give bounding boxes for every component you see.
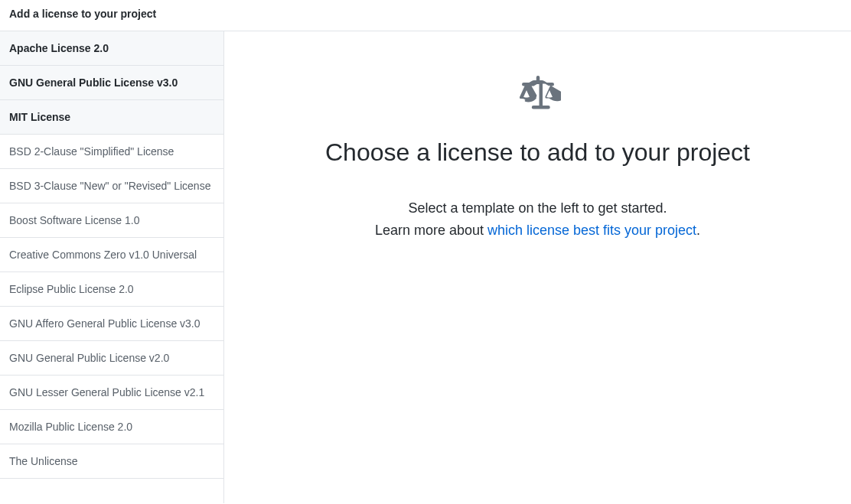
main-description: Select a template on the left to get sta… (375, 197, 700, 242)
page-title: Add a license to your project (0, 0, 851, 31)
main-line1: Select a template on the left to get sta… (408, 200, 667, 216)
scale-icon (515, 76, 561, 115)
license-item[interactable]: Apache License 2.0 (0, 31, 223, 66)
license-item[interactable]: Creative Commons Zero v1.0 Universal (0, 238, 223, 272)
license-item[interactable]: Eclipse Public License 2.0 (0, 272, 223, 307)
license-item[interactable]: MIT License (0, 100, 223, 135)
license-item[interactable]: GNU General Public License v3.0 (0, 66, 223, 100)
license-item[interactable]: The Unlicense (0, 444, 223, 479)
license-item[interactable]: GNU Lesser General Public License v2.1 (0, 376, 223, 410)
content-container: Apache License 2.0GNU General Public Lic… (0, 31, 851, 503)
license-sidebar: Apache License 2.0GNU General Public Lic… (0, 31, 224, 503)
license-item[interactable]: BSD 3-Clause "New" or "Revised" License (0, 169, 223, 203)
main-panel: Choose a license to add to your project … (224, 31, 851, 503)
license-item[interactable]: GNU Affero General Public License v3.0 (0, 307, 223, 341)
main-line2-suffix: . (696, 223, 700, 238)
main-heading: Choose a license to add to your project (325, 138, 750, 167)
main-line2-prefix: Learn more about (375, 223, 487, 238)
license-item[interactable]: Mozilla Public License 2.0 (0, 410, 223, 444)
license-item[interactable]: BSD 2-Clause "Simplified" License (0, 135, 223, 169)
which-license-link[interactable]: which license best fits your project (487, 223, 696, 238)
license-item[interactable]: GNU General Public License v2.0 (0, 341, 223, 376)
license-item[interactable]: Boost Software License 1.0 (0, 203, 223, 238)
